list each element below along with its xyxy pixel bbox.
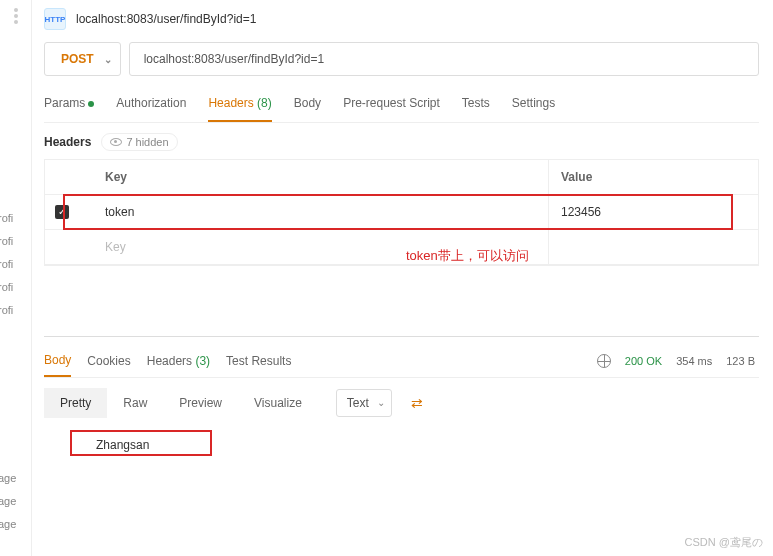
- header-row-token[interactable]: ✓ token 123456: [45, 195, 758, 230]
- headers-grid: Key Value ✓ token 123456 Key: [44, 159, 759, 266]
- view-pretty[interactable]: Pretty: [44, 388, 107, 418]
- watermark: CSDN @鸢尾の: [685, 535, 763, 550]
- resp-tab-cookies[interactable]: Cookies: [87, 346, 130, 376]
- view-raw[interactable]: Raw: [107, 388, 163, 418]
- annotation-box-2: [70, 430, 212, 456]
- format-select[interactable]: Text ⌄: [336, 389, 392, 417]
- left-decorative-labels: rofi rofi rofi rofi rofi: [0, 212, 13, 327]
- tab-tests[interactable]: Tests: [462, 90, 490, 122]
- header-key-input[interactable]: token: [93, 195, 548, 229]
- wrap-lines-icon[interactable]: ⇄: [404, 390, 430, 416]
- params-changed-dot-icon: [88, 101, 94, 107]
- response-view-row: Pretty Raw Preview Visualize Text ⌄ ⇄: [44, 388, 759, 418]
- view-visualize[interactable]: Visualize: [238, 388, 318, 418]
- method-label: POST: [61, 52, 94, 66]
- url-text: localhost:8083/user/findById?id=1: [144, 52, 324, 66]
- response-body: Zhangsan: [44, 432, 759, 472]
- response-status: 200 OK 354 ms 123 B: [597, 354, 759, 368]
- chevron-down-icon: ⌄: [377, 397, 385, 408]
- view-preview[interactable]: Preview: [163, 388, 238, 418]
- response-tabs: Body Cookies Headers (3) Test Results 20…: [44, 345, 759, 378]
- tab-body[interactable]: Body: [294, 90, 321, 122]
- col-value-header: Value: [548, 160, 758, 194]
- more-icon[interactable]: [14, 8, 18, 24]
- tab-authorization[interactable]: Authorization: [116, 90, 186, 122]
- left-decorative-labels-2: age age age: [0, 472, 16, 541]
- grid-header-row: Key Value: [45, 160, 758, 195]
- headers-section-label: Headers: [44, 135, 91, 149]
- hidden-count-label: 7 hidden: [126, 136, 168, 148]
- status-size: 123 B: [726, 355, 755, 367]
- globe-icon[interactable]: [597, 354, 611, 368]
- annotation-text: token带上，可以访问: [406, 247, 529, 265]
- format-label: Text: [347, 396, 369, 410]
- method-select[interactable]: POST ⌄: [44, 42, 121, 76]
- request-tabs: Params Authorization Headers (8) Body Pr…: [44, 90, 759, 123]
- url-input[interactable]: localhost:8083/user/findById?id=1: [129, 42, 759, 76]
- hidden-headers-toggle[interactable]: 7 hidden: [101, 133, 177, 151]
- header-value-input[interactable]: 123456: [548, 195, 758, 229]
- resp-tab-testresults[interactable]: Test Results: [226, 346, 291, 376]
- tab-prerequest[interactable]: Pre-request Script: [343, 90, 440, 122]
- request-tab-title: HTTP localhost:8083/user/findById?id=1: [44, 8, 759, 30]
- http-badge-icon: HTTP: [44, 8, 66, 30]
- eye-icon: [110, 138, 122, 146]
- tab-headers[interactable]: Headers (8): [208, 90, 271, 122]
- status-code: 200 OK: [625, 355, 662, 367]
- tab-title-text: localhost:8083/user/findById?id=1: [76, 12, 256, 26]
- resp-tab-headers[interactable]: Headers (3): [147, 346, 210, 376]
- tab-params[interactable]: Params: [44, 90, 94, 122]
- tab-settings[interactable]: Settings: [512, 90, 555, 122]
- status-time: 354 ms: [676, 355, 712, 367]
- row-checkbox[interactable]: ✓: [55, 205, 69, 219]
- header-row-empty[interactable]: Key: [45, 230, 758, 265]
- resp-tab-body[interactable]: Body: [44, 345, 71, 377]
- col-key-header: Key: [93, 160, 548, 194]
- chevron-down-icon: ⌄: [104, 54, 112, 65]
